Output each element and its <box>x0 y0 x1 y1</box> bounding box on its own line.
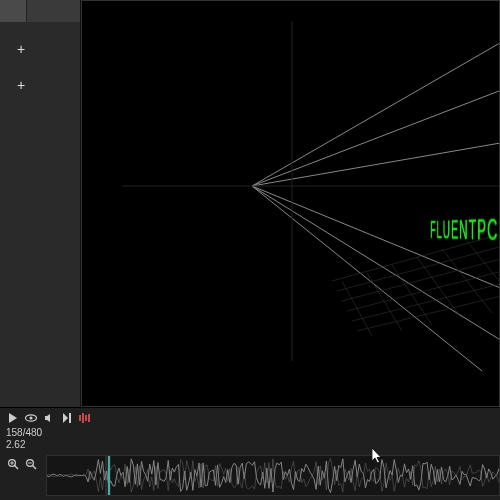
frame-counter: 158/480 <box>6 427 494 439</box>
camera-wireframe <box>82 1 500 401</box>
svg-line-1 <box>252 86 500 186</box>
step-forward-icon[interactable] <box>60 411 74 425</box>
svg-line-4 <box>252 186 500 341</box>
timeline-panel: 158/480 2.62 <box>0 407 500 500</box>
zoom-controls <box>6 455 42 496</box>
svg-line-13 <box>357 291 500 331</box>
svg-line-14 <box>342 281 372 336</box>
svg-line-35 <box>33 466 36 469</box>
svg-line-19 <box>467 241 500 307</box>
play-icon[interactable] <box>6 411 20 425</box>
left-panel: + + <box>0 0 81 407</box>
zoom-in-icon[interactable] <box>6 457 20 471</box>
svg-line-31 <box>15 466 18 469</box>
playback-controls <box>0 408 500 427</box>
add-button-2[interactable]: + <box>12 76 30 94</box>
audio-icon[interactable] <box>42 411 56 425</box>
svg-marker-20 <box>9 413 17 423</box>
svg-line-11 <box>347 267 500 311</box>
timeline-counters: 158/480 2.62 <box>0 427 500 455</box>
svg-line-9 <box>337 243 500 291</box>
svg-line-16 <box>392 265 432 325</box>
add-button-1[interactable]: + <box>12 40 30 58</box>
svg-rect-26 <box>79 415 81 421</box>
svg-point-22 <box>29 416 32 419</box>
svg-line-5 <box>252 186 482 371</box>
floor-grid <box>332 231 500 336</box>
svg-rect-27 <box>82 413 84 423</box>
svg-marker-24 <box>63 413 68 423</box>
svg-marker-23 <box>45 414 50 422</box>
time-counter: 2.62 <box>6 439 494 451</box>
svg-rect-28 <box>85 415 87 421</box>
3d-viewport[interactable]: FLUENTPC <box>81 0 500 407</box>
3d-text-object[interactable]: FLUENTPC <box>430 213 499 248</box>
svg-line-0 <box>252 36 500 186</box>
eye-icon[interactable] <box>24 411 38 425</box>
waveform-icon <box>47 456 499 495</box>
panel-tab[interactable] <box>0 0 27 22</box>
zoom-out-icon[interactable] <box>24 457 38 471</box>
playhead[interactable] <box>105 456 111 495</box>
svg-rect-25 <box>69 413 71 423</box>
panel-tabstrip <box>0 0 80 22</box>
svg-line-2 <box>252 141 500 186</box>
svg-rect-29 <box>88 414 90 422</box>
record-icon[interactable] <box>78 411 92 425</box>
waveform-track[interactable] <box>46 455 500 496</box>
